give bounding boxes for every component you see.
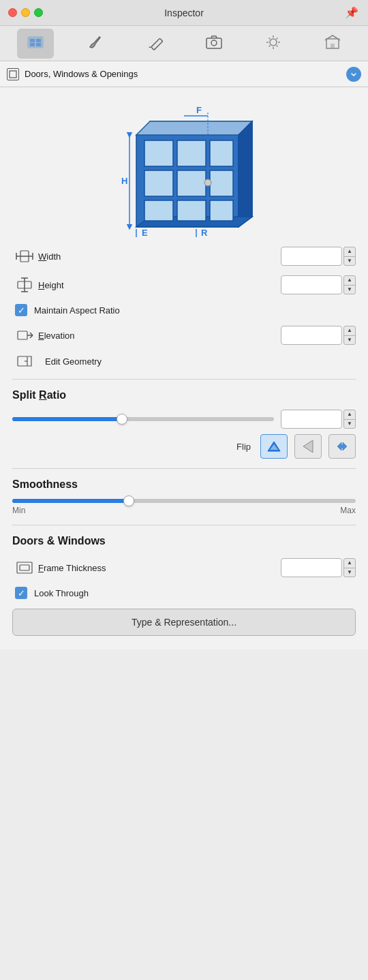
smoothness-track[interactable] bbox=[12, 499, 356, 503]
svg-rect-32 bbox=[177, 200, 206, 221]
split-ratio-stepper[interactable]: ▲ ▼ bbox=[343, 410, 356, 429]
brush-icon bbox=[86, 33, 104, 54]
main-content: H F E R bbox=[0, 87, 368, 649]
svg-rect-25 bbox=[144, 140, 173, 166]
svg-rect-5 bbox=[151, 38, 163, 50]
frame-thickness-icon bbox=[12, 560, 37, 576]
svg-line-15 bbox=[276, 37, 277, 39]
category-dropdown-btn[interactable] bbox=[346, 67, 361, 82]
maintain-aspect-ratio-label: Maintain Aspect Ratio bbox=[34, 305, 120, 316]
svg-rect-19 bbox=[10, 71, 16, 78]
frame-thickness-row: Frame Thickness 0.21 ▲ ▼ bbox=[12, 555, 356, 580]
svg-rect-4 bbox=[36, 43, 41, 46]
elevation-input[interactable]: 0.00 bbox=[281, 326, 342, 345]
width-stepper-up[interactable]: ▲ bbox=[344, 247, 355, 257]
svg-point-7 bbox=[211, 40, 217, 46]
svg-rect-28 bbox=[144, 170, 173, 196]
split-ratio-stepper-down[interactable]: ▼ bbox=[344, 420, 355, 429]
svg-line-13 bbox=[269, 37, 270, 39]
smoothness-minmax: Min Max bbox=[12, 506, 356, 515]
pencil-icon bbox=[145, 33, 163, 54]
split-ratio-section: Split Ratio 0.65 ▲ ▼ Flip bbox=[12, 389, 356, 459]
svg-marker-22 bbox=[136, 121, 252, 135]
type-representation-button[interactable]: Type & Representation... bbox=[12, 609, 356, 636]
flip-triangle-left-btn[interactable] bbox=[294, 434, 322, 459]
edit-geometry-icon bbox=[12, 353, 37, 369]
flip-triangle-up-btn[interactable] bbox=[260, 434, 288, 459]
height-stepper[interactable]: ▲ ▼ bbox=[343, 275, 356, 294]
width-stepper[interactable]: ▲ ▼ bbox=[343, 247, 356, 266]
elevation-label: Elevation bbox=[37, 331, 281, 341]
svg-rect-2 bbox=[36, 39, 41, 42]
width-input[interactable]: 1.03 bbox=[281, 247, 342, 266]
toolbar-brush-btn[interactable] bbox=[76, 29, 113, 59]
frame-thickness-stepper-up[interactable]: ▲ bbox=[344, 559, 355, 568]
svg-marker-60 bbox=[303, 440, 313, 453]
svg-point-34 bbox=[204, 179, 211, 186]
height-input[interactable]: 2.44 bbox=[281, 275, 342, 294]
toolbar-sun-btn[interactable] bbox=[255, 29, 292, 59]
width-row: Width 1.03 ▲ ▼ bbox=[12, 244, 356, 269]
split-ratio-thumb[interactable] bbox=[117, 414, 127, 425]
doors-windows-section: Doors & Windows Frame Thickness 0.21 ▲ ▼… bbox=[12, 535, 356, 636]
height-stepper-up[interactable]: ▲ bbox=[344, 276, 355, 286]
minimize-button[interactable] bbox=[21, 8, 30, 17]
split-ratio-stepper-up[interactable]: ▲ bbox=[344, 410, 355, 420]
height-stepper-down[interactable]: ▼ bbox=[344, 286, 355, 294]
split-ratio-input[interactable]: 0.65 bbox=[281, 410, 342, 429]
look-through-label: Look Through bbox=[34, 588, 89, 598]
split-ratio-track[interactable] bbox=[12, 417, 274, 421]
flip-row: Flip bbox=[12, 434, 356, 459]
width-stepper-down[interactable]: ▼ bbox=[344, 257, 355, 266]
edit-geometry-row[interactable]: Edit Geometry bbox=[12, 353, 356, 369]
window-controls bbox=[8, 8, 43, 17]
category-label: Doors, Windows & Openings bbox=[25, 69, 341, 79]
maintain-aspect-ratio-row[interactable]: ✓ Maintain Aspect Ratio bbox=[12, 304, 356, 316]
titlebar: Inspector 📌 bbox=[0, 0, 368, 26]
svg-rect-63 bbox=[20, 565, 29, 570]
frame-thickness-label: Frame Thickness bbox=[37, 563, 281, 573]
toolbar-building-btn[interactable] bbox=[314, 29, 351, 59]
divider-1 bbox=[12, 379, 356, 380]
maximize-button[interactable] bbox=[34, 8, 43, 17]
maintain-aspect-ratio-checkbox[interactable]: ✓ bbox=[15, 304, 27, 316]
split-ratio-title: Split Ratio bbox=[12, 389, 356, 401]
height-label: Height bbox=[37, 280, 281, 290]
width-input-wrap: 1.03 ▲ ▼ bbox=[281, 247, 356, 266]
elevation-stepper[interactable]: ▲ ▼ bbox=[343, 326, 356, 345]
pin-icon[interactable]: 📌 bbox=[345, 6, 358, 19]
svg-point-8 bbox=[270, 39, 277, 46]
elevation-stepper-up[interactable]: ▲ bbox=[344, 326, 355, 336]
svg-rect-31 bbox=[144, 200, 173, 221]
svg-marker-61 bbox=[337, 442, 347, 450]
elevation-stepper-down[interactable]: ▼ bbox=[344, 336, 355, 345]
svg-rect-29 bbox=[177, 170, 206, 196]
toolbar-design-btn[interactable] bbox=[17, 29, 54, 59]
height-input-wrap: 2.44 ▲ ▼ bbox=[281, 275, 356, 294]
smoothness-thumb[interactable] bbox=[123, 495, 134, 506]
smoothness-min-label: Min bbox=[12, 506, 25, 515]
frame-thickness-stepper[interactable]: ▲ ▼ bbox=[343, 558, 356, 577]
frame-thickness-stepper-down[interactable]: ▼ bbox=[344, 568, 355, 577]
frame-thickness-input[interactable]: 0.21 bbox=[281, 558, 342, 577]
height-row: Height 2.44 ▲ ▼ bbox=[12, 273, 356, 297]
split-ratio-slider-row: 0.65 ▲ ▼ bbox=[12, 410, 356, 429]
smoothness-section: Smoothness Min Max bbox=[12, 478, 356, 515]
building-icon bbox=[324, 33, 341, 54]
flip-double-arrow-btn[interactable] bbox=[328, 434, 356, 459]
frame-thickness-input-wrap: 0.21 ▲ ▼ bbox=[281, 558, 356, 577]
close-button[interactable] bbox=[8, 8, 17, 17]
height-icon bbox=[12, 277, 37, 293]
svg-rect-33 bbox=[210, 200, 233, 221]
look-through-row[interactable]: ✓ Look Through bbox=[12, 587, 356, 599]
look-through-checkbox[interactable]: ✓ bbox=[15, 587, 27, 599]
toolbar-camera-btn[interactable] bbox=[196, 29, 232, 59]
svg-line-16 bbox=[269, 45, 270, 46]
split-ratio-slider-container bbox=[12, 417, 274, 421]
svg-rect-30 bbox=[210, 170, 233, 196]
toolbar-pencil-btn[interactable] bbox=[136, 29, 172, 59]
elevation-row: Elevation 0.00 ▲ ▼ bbox=[12, 323, 356, 348]
svg-text:H: H bbox=[121, 176, 127, 186]
svg-rect-62 bbox=[17, 562, 32, 573]
svg-text:F: F bbox=[196, 105, 202, 115]
